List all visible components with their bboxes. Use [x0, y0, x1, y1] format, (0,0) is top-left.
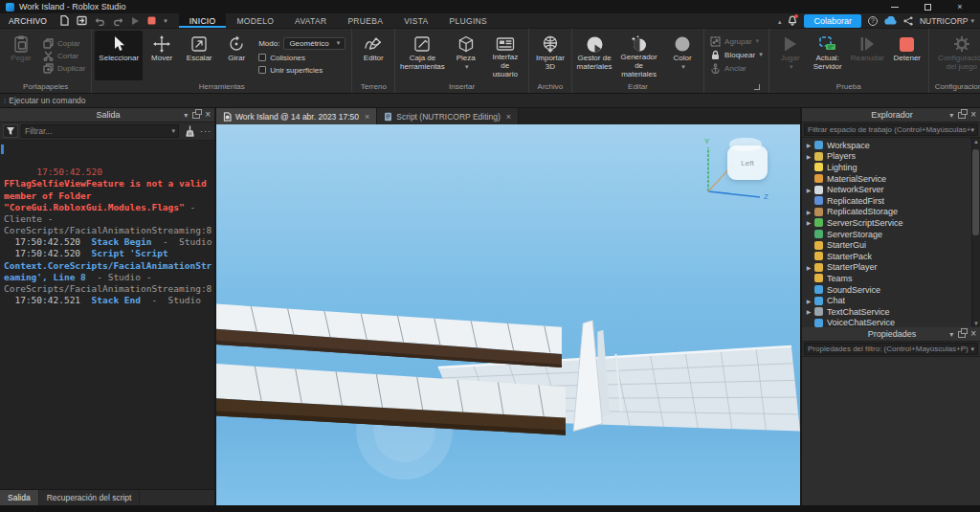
lock-button[interactable]: Bloquear ▾	[710, 50, 763, 60]
ribbon-tab[interactable]: PLUGINS	[439, 13, 498, 28]
expand-arrow-icon[interactable]: ▶	[804, 209, 813, 215]
copy-button[interactable]: Copiar	[43, 38, 85, 49]
current-server-button[interactable]: Actual: Servidor	[810, 31, 846, 80]
close-button[interactable]: ×	[944, 0, 976, 13]
material-generator-button[interactable]: Generador de materiales	[614, 31, 663, 80]
place-tab[interactable]: Work Island @ 14 abr. 2023 17:50 ×	[216, 108, 377, 124]
quick-stop-button[interactable]	[144, 13, 160, 28]
explorer-item[interactable]: ▶ Players	[804, 151, 970, 163]
float-panel-icon[interactable]	[958, 331, 966, 338]
expand-arrow-icon[interactable]: ▶	[804, 264, 813, 271]
ui-button[interactable]: Interfaz de usuario	[485, 31, 525, 80]
explorer-item[interactable]: ▶ ReplicatedStorage	[804, 207, 970, 218]
explorer-filter-input[interactable]	[808, 125, 970, 134]
clear-output-button[interactable]	[182, 124, 197, 138]
float-panel-icon[interactable]	[192, 112, 200, 119]
explorer-item[interactable]: StarterPack	[804, 251, 970, 262]
close-icon[interactable]: ×	[970, 110, 976, 120]
view-cube[interactable]: Left Y Z	[691, 132, 775, 201]
game-settings-button[interactable]: Configuración del juego	[932, 31, 980, 80]
chevron-down-icon[interactable]: ▾	[949, 111, 953, 120]
mode-dropdown[interactable]: Geométrico ▾	[283, 37, 345, 50]
explorer-item[interactable]: ReplicatedFirst	[804, 195, 970, 207]
close-icon[interactable]: ×	[205, 110, 211, 120]
ribbon-tab[interactable]: AVATAR	[284, 13, 337, 28]
explorer-item[interactable]: Lighting	[804, 162, 970, 173]
collisions-checkbox[interactable]: Colisiones	[258, 54, 345, 62]
properties-filter-input[interactable]	[808, 345, 970, 353]
scale-tool-button[interactable]: Escalar	[181, 31, 217, 80]
open-place-button[interactable]	[73, 13, 91, 28]
scroll-up-icon[interactable]: ▲	[973, 139, 979, 145]
explorer-item[interactable]: VoiceChatService	[804, 318, 970, 328]
expand-arrow-icon[interactable]: ▶	[804, 219, 813, 226]
terrain-editor-button[interactable]: Editor	[355, 31, 391, 80]
view-cube-front-face[interactable]: Left	[727, 145, 768, 180]
explorer-item[interactable]: ▶ NetworkServer	[804, 184, 970, 195]
material-manager-button[interactable]: Gestor de materiales	[575, 31, 613, 80]
panel-tab[interactable]: Salida	[0, 490, 39, 505]
stop-button[interactable]: Detener	[889, 31, 925, 80]
part-button[interactable]: Pieza ▾	[448, 31, 484, 80]
dialog-launcher-icon[interactable]	[754, 84, 760, 90]
scroll-down-icon[interactable]: ▼	[973, 321, 979, 326]
quick-access-dropdown[interactable]: ▾	[160, 13, 171, 28]
scrollbar-thumb[interactable]	[972, 149, 979, 235]
expand-arrow-icon[interactable]: ▶	[804, 142, 813, 148]
collapse-ribbon-button[interactable]: ▴	[778, 16, 782, 26]
expand-arrow-icon[interactable]: ▶	[804, 187, 813, 193]
file-menu[interactable]: ARCHIVO	[0, 13, 56, 28]
explorer-item[interactable]: ▶ ServerScriptService	[804, 217, 970, 229]
ribbon-tab[interactable]: INICIO	[179, 13, 227, 28]
ribbon-tab[interactable]: VISTA	[393, 13, 438, 28]
redo-button[interactable]	[109, 13, 127, 28]
quick-play-button[interactable]	[127, 13, 144, 28]
toolbox-button[interactable]: Caja de herramientas	[398, 31, 446, 80]
cloud-sync-button[interactable]	[884, 16, 897, 25]
move-tool-button[interactable]: Mover	[144, 31, 180, 80]
viewport-3d[interactable]: Left Y Z	[216, 124, 800, 505]
close-icon[interactable]: ×	[970, 329, 976, 339]
explorer-item[interactable]: ▶ Chat	[804, 295, 970, 306]
explorer-filter-field[interactable]: ▾	[804, 123, 978, 136]
anchor-button[interactable]: Anclar	[710, 63, 763, 74]
new-place-button[interactable]	[56, 13, 73, 28]
maximize-button[interactable]	[911, 0, 944, 13]
explorer-item[interactable]: MaterialService	[804, 173, 970, 185]
import-3d-button[interactable]: Importar 3D	[532, 31, 568, 80]
properties-filter-field[interactable]: ▾	[804, 343, 978, 355]
output-filter-field[interactable]: ▾	[21, 124, 179, 138]
account-menu[interactable]: NUTRICORP ▾	[920, 16, 974, 26]
play-button[interactable]: Jugar ▾	[772, 31, 809, 80]
chevron-down-icon[interactable]: ▾	[949, 330, 953, 339]
expand-arrow-icon[interactable]: ▶	[804, 308, 813, 315]
paste-button[interactable]: Pegar	[3, 31, 39, 80]
duplicate-button[interactable]: Duplicar	[43, 63, 85, 74]
expand-arrow-icon[interactable]: ▶	[804, 153, 813, 160]
collaborate-button[interactable]: Colaborar	[804, 14, 861, 28]
group-objects-button[interactable]: Agrupar ▾	[710, 36, 763, 47]
command-input[interactable]	[9, 96, 411, 105]
explorer-item[interactable]: ▶ StarterPlayer	[804, 262, 970, 274]
ribbon-tab[interactable]: PRUEBA	[337, 13, 393, 28]
explorer-item[interactable]: ▶ Workspace	[804, 140, 970, 151]
script-tab[interactable]: Script (NUTRICORP Editing) ×	[377, 108, 519, 124]
output-console[interactable]: 17:50:42.520 FFlagSelfieViewFeature is n…	[0, 141, 214, 489]
help-button[interactable]: ?	[868, 16, 878, 26]
cut-button[interactable]: Cortar	[43, 51, 85, 61]
filter-funnel-button[interactable]	[3, 124, 18, 138]
output-menu-button[interactable]: ···	[200, 126, 212, 136]
undo-button[interactable]	[91, 13, 109, 28]
minimize-button[interactable]	[879, 0, 911, 13]
ribbon-tab[interactable]: MODELO	[226, 13, 284, 28]
notifications-button[interactable]	[788, 15, 797, 26]
drag-grip-icon[interactable]: ⁞	[0, 97, 9, 105]
close-tab-icon[interactable]: ×	[506, 112, 511, 122]
explorer-item[interactable]: ServerStorage	[804, 229, 970, 240]
explorer-item[interactable]: SoundService	[804, 284, 970, 296]
join-surfaces-checkbox[interactable]: Unir superficies	[258, 66, 345, 75]
rotate-tool-button[interactable]: Girar	[218, 31, 255, 80]
color-button[interactable]: Color ▾	[664, 31, 701, 80]
chevron-down-icon[interactable]: ▾	[184, 111, 188, 120]
close-tab-icon[interactable]: ×	[365, 112, 369, 122]
